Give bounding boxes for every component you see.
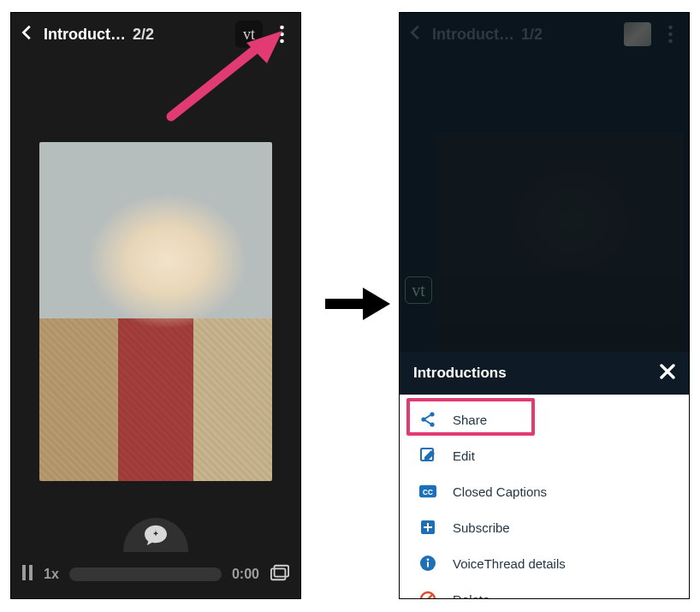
playback-speed[interactable]: 1x <box>44 567 59 582</box>
svg-rect-31 <box>427 562 429 567</box>
svg-text:CC: CC <box>423 489 433 496</box>
svg-point-17 <box>668 33 673 37</box>
info-icon <box>418 554 437 573</box>
menu-item-closed-captions[interactable]: CC Closed Captions <box>400 473 689 509</box>
add-comment-button[interactable] <box>123 518 188 552</box>
svg-rect-9 <box>29 565 33 580</box>
more-menu-button[interactable] <box>658 19 682 50</box>
topbar-left: Introduct… 2/2 vt <box>11 13 300 56</box>
svg-rect-7 <box>155 532 156 536</box>
menu-item-subscribe[interactable]: Subscribe <box>400 509 689 545</box>
svg-rect-29 <box>424 526 432 528</box>
svg-rect-10 <box>271 568 286 579</box>
svg-point-18 <box>668 39 673 44</box>
menu-label: VoiceThread details <box>453 556 566 571</box>
share-icon <box>418 410 437 429</box>
page-title: Introduct… <box>44 26 126 44</box>
menu-label: Share <box>453 413 487 427</box>
playback-controls: 1x 0:00 <box>11 550 300 598</box>
slide-image-dimmed <box>436 133 684 352</box>
edit-icon <box>418 446 437 465</box>
vt-badge[interactable]: vt <box>405 276 432 304</box>
subscribe-icon <box>418 518 437 537</box>
svg-rect-8 <box>22 565 26 580</box>
slide-image <box>39 142 272 481</box>
menu-item-edit[interactable]: Edit <box>400 437 689 473</box>
menu-label: Subscribe <box>453 520 510 535</box>
phone-left: Introduct… 2/2 vt 1x 0:00 <box>10 12 301 599</box>
back-chevron-icon[interactable] <box>18 23 37 45</box>
slide-thumbnail-chip[interactable] <box>624 22 651 46</box>
back-chevron-icon[interactable] <box>406 23 425 45</box>
transition-arrow-icon <box>322 282 390 325</box>
sheet-title: Introductions <box>413 365 507 382</box>
menu-item-details[interactable]: VoiceThread details <box>400 545 689 581</box>
sheet-header: Introductions <box>400 352 689 395</box>
page-title: Introduct… <box>432 26 514 44</box>
svg-point-2 <box>280 39 284 44</box>
slides-stack-icon[interactable] <box>270 563 290 585</box>
svg-marker-15 <box>363 288 390 320</box>
menu-item-share[interactable]: Share <box>400 401 689 437</box>
menu-label: Edit <box>453 449 475 463</box>
more-menu-button[interactable] <box>270 19 294 50</box>
page-counter: 1/2 <box>521 26 543 44</box>
page-counter: 2/2 <box>133 26 154 44</box>
menu-item-delete[interactable]: Delete <box>400 581 689 599</box>
menu-label: Closed Captions <box>453 484 547 499</box>
svg-point-32 <box>427 558 430 561</box>
action-sheet: Share Edit CC Closed Captions Subscribe … <box>400 395 689 598</box>
topbar-right: Introduct… 1/2 <box>400 13 689 56</box>
cc-icon: CC <box>418 482 437 501</box>
media-viewport[interactable] <box>11 56 300 550</box>
close-icon[interactable] <box>660 364 675 383</box>
elapsed-time: 0:00 <box>232 567 259 582</box>
vt-badge[interactable]: vt <box>235 21 263 48</box>
delete-icon <box>418 590 437 599</box>
svg-point-16 <box>668 26 673 30</box>
svg-line-22 <box>425 415 430 419</box>
svg-line-23 <box>425 420 430 424</box>
menu-label: Delete <box>453 592 489 600</box>
svg-rect-11 <box>275 566 289 577</box>
seek-track[interactable] <box>69 567 222 581</box>
svg-point-0 <box>280 26 284 30</box>
pause-icon[interactable] <box>21 565 33 584</box>
svg-point-1 <box>280 33 284 37</box>
svg-line-34 <box>424 595 432 599</box>
phone-right: Introduct… 1/2 vt Introductions Share Ed… <box>399 12 690 599</box>
